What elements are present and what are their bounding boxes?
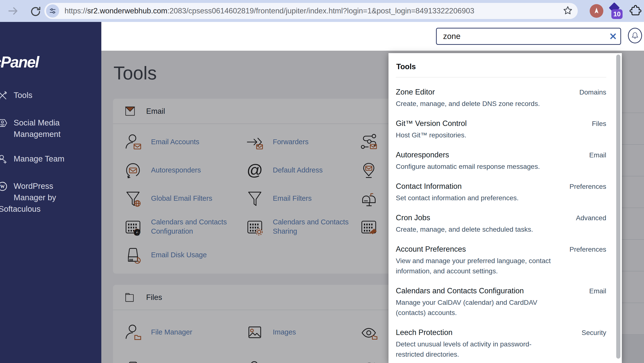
url-scheme: https://	[64, 6, 87, 15]
screen: https://sr2.wonderwebhub.com:2083/cpsess…	[0, 0, 644, 363]
reload-icon[interactable]	[29, 4, 42, 18]
sidebar-item-label: Tools	[14, 90, 32, 101]
result-description: Host Git™ repositories.	[396, 130, 552, 140]
forward-icon[interactable]	[6, 4, 20, 18]
sidebar-item-wordpress-manager[interactable]: W WordPressManager bySoftaculous	[0, 180, 99, 215]
search-results-dropdown: Tools Zone EditorDomains Create, manage,…	[388, 53, 622, 363]
clear-search-icon[interactable]	[606, 29, 620, 44]
top-header	[101, 22, 644, 51]
sidebar-item-label: WordPressManager bySoftaculous	[14, 180, 56, 215]
notifications-bell-icon[interactable]	[628, 28, 642, 43]
result-description: Manage your CalDAV (calendar) and CardDA…	[396, 298, 552, 318]
site-info-icon[interactable]	[46, 4, 59, 18]
tools-icon	[0, 90, 8, 104]
bookmark-star-icon[interactable]	[563, 5, 573, 16]
dropdown-scrollbar[interactable]	[616, 54, 620, 362]
sidebar-item-manage-team[interactable]: Manage Team	[0, 153, 99, 168]
address-bar[interactable]: https://sr2.wonderwebhub.com:2083/cpsess…	[44, 3, 578, 19]
result-category: Advanced	[576, 214, 606, 222]
result-category: Domains	[580, 88, 606, 96]
browser-toolbar: https://sr2.wonderwebhub.com:2083/cpsess…	[0, 0, 644, 22]
manage-team-icon	[0, 153, 8, 168]
extensions-puzzle-icon[interactable]	[628, 4, 642, 18]
result-category: Files	[592, 119, 606, 128]
result-calendars-contacts-configuration[interactable]: Calendars and Contacts ConfigurationEmai…	[396, 286, 606, 318]
svg-text:W: W	[0, 184, 5, 189]
scrollbar-thumb[interactable]	[616, 54, 620, 358]
result-description: Create, manage, and delete DNS zone reco…	[396, 99, 552, 109]
url-rest: :2083/cpsess0614602819/frontend/jupiter/…	[167, 6, 474, 15]
url-host: sr2.wonderwebhub.com	[87, 6, 167, 15]
result-zone-editor[interactable]: Zone EditorDomains Create, manage, and d…	[396, 88, 606, 109]
url-text: https://sr2.wonderwebhub.com:2083/cpsess…	[64, 6, 563, 15]
result-description: View and manage your preferred language,…	[396, 256, 552, 276]
results-section-title: Tools	[396, 58, 606, 78]
result-description: Detect unusual levels of activity in pas…	[396, 339, 552, 360]
search-box	[436, 28, 621, 45]
social-media-icon	[0, 117, 8, 132]
result-category: Email	[589, 286, 606, 295]
result-git-version-control[interactable]: Git™ Version ControlFiles Host Git™ repo…	[396, 119, 606, 140]
result-cron-jobs[interactable]: Cron JobsAdvanced Create, manage, and de…	[396, 214, 606, 234]
result-description: Configure automatic email response messa…	[396, 162, 552, 172]
result-contact-information[interactable]: Contact InformationPreferences Set conta…	[396, 182, 606, 203]
wordpress-icon: W	[0, 180, 8, 195]
sidebar-item-label: Manage Team	[14, 153, 64, 165]
sidebar-item-tools[interactable]: Tools	[0, 90, 99, 104]
search-results-list: Tools Zone EditorDomains Create, manage,…	[388, 53, 622, 360]
result-description: Set contact information and preferences.	[396, 193, 552, 203]
extension-navigation-icon[interactable]	[590, 4, 603, 18]
result-leech-protection[interactable]: Leech ProtectionSecurity Detect unusual …	[396, 328, 606, 360]
result-description: Create, manage, and delete scheduled tas…	[396, 224, 552, 234]
result-autoresponders[interactable]: AutorespondersEmail Configure automatic …	[396, 150, 606, 172]
result-category: Preferences	[570, 182, 606, 190]
sidebar-item-social-media[interactable]: Social MediaManagement	[0, 117, 99, 140]
result-account-preferences[interactable]: Account PreferencesPreferences View and …	[396, 245, 606, 276]
sidebar-nav: Tools Social MediaManagement Manage Team…	[0, 90, 99, 215]
cpanel-logo[interactable]: cPanel	[0, 53, 38, 71]
sidebar-item-label: Social MediaManagement	[14, 117, 61, 140]
result-category: Preferences	[570, 245, 606, 253]
result-category: Email	[589, 150, 606, 159]
extension-badge-icon[interactable]: 10	[607, 2, 623, 20]
extension-count-badge: 10	[611, 9, 622, 19]
search-input[interactable]	[437, 32, 606, 41]
result-category: Security	[582, 328, 606, 337]
sidebar: cPanel Tools Social MediaManagement Mana…	[0, 22, 101, 363]
